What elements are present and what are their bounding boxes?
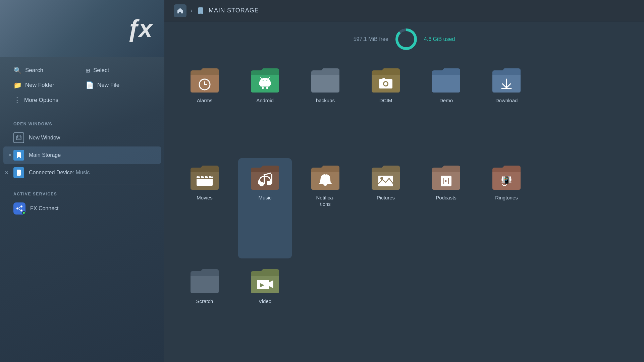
breadcrumb-device-icon [197,7,205,15]
service-active-dot [22,211,25,215]
folder-notifications-icon [309,163,342,192]
folder-notifications-label: Notifica-tions [316,194,334,207]
active-services-title: ACTIVE SERVICES [0,187,164,199]
folder-video-label: Video [259,298,271,305]
breadcrumb-chevron: › [191,7,193,14]
service-fx-connect[interactable]: FX Connect [0,199,164,218]
folder-scratch-icon [188,266,221,295]
svg-point-52 [380,177,383,180]
folder-alarms-icon [188,66,221,95]
svg-rect-24 [269,81,271,85]
svg-rect-22 [260,81,270,87]
folder-android-icon [248,66,282,95]
folder-dcim-label: DCIM [379,97,392,104]
folder-notifications[interactable]: Notifica-tions [299,158,352,258]
folder-pictures-label: Pictures [377,194,395,201]
close-connected-device-button[interactable]: ✕ [5,170,9,175]
svg-rect-26 [266,86,268,89]
sidebar-actions: 🔍 Search ⊞ Select 📁 New Folder 📄 New Fil… [0,57,164,111]
logo-area: ƒx [0,0,164,57]
sidebar-item-connected-device[interactable]: ✕ Connected Device: Music [0,164,164,181]
svg-line-9 [18,207,20,208]
folder-podcasts-icon [429,163,463,192]
svg-rect-32 [382,78,385,80]
storage-donut [394,27,418,51]
more-options-icon: ⋮ [13,96,21,105]
folder-download[interactable]: Download [480,61,533,155]
folder-movies-label: Movies [197,194,213,201]
svg-rect-1 [17,135,21,138]
folder-video[interactable]: Video [238,262,292,356]
folder-podcasts-label: Podcasts [436,194,457,201]
select-button[interactable]: ⊞ Select [86,65,154,76]
folder-ringtones-label: Ringtones [495,194,518,201]
folder-download-label: Download [495,97,518,104]
svg-text:📳: 📳 [502,176,511,184]
divider-1 [10,114,154,114]
open-windows-title: OPEN WINDOWS [0,117,164,129]
folder-ringtones[interactable]: 📳 Ringtones [480,158,533,258]
storage-used-label: 4.6 GiB used [424,36,455,42]
folder-music-label: Music [258,194,271,201]
select-icon: ⊞ [86,67,90,74]
folder-dcim[interactable]: DCIM [359,61,413,155]
new-file-button[interactable]: 📄 New File [86,80,154,90]
svg-point-6 [16,207,18,209]
storage-bar: 597.1 MiB free 4.6 GiB used [164,21,644,54]
breadcrumb-title: Main Storage [209,7,259,14]
more-options-button[interactable]: ⋮ More Options [13,95,82,106]
svg-rect-3 [18,157,20,158]
svg-rect-49 [258,180,261,184]
svg-rect-25 [262,86,264,89]
folder-backups-icon [309,66,342,95]
folder-podcasts[interactable]: Podcasts [419,158,473,258]
folder-video-icon [248,266,282,295]
folder-grid: Alarms [164,54,644,362]
folder-backups[interactable]: backups [299,61,352,155]
svg-rect-50 [269,180,272,184]
folder-dcim-icon [369,66,402,95]
app-logo: ƒx [127,15,151,42]
storage-free-label: 597.1 MiB free [354,36,388,42]
svg-line-10 [18,209,20,210]
svg-rect-5 [18,175,20,175]
svg-point-8 [20,209,22,212]
home-button[interactable] [174,4,186,17]
breadcrumb-bar: › Main Storage [164,0,644,21]
folder-download-icon [490,66,523,95]
folder-scratch-label: Scratch [196,298,213,305]
main-storage-icon [13,150,24,161]
svg-point-14 [397,30,416,49]
sidebar-item-main-storage[interactable]: ✕ Main Storage [3,146,161,164]
folder-music[interactable]: Music [238,158,292,258]
folder-pictures-icon [369,163,402,192]
folder-scratch[interactable]: Scratch [178,262,231,356]
folder-movies[interactable]: Movies [178,158,231,258]
folder-android-label: Android [256,97,274,104]
svg-rect-12 [200,13,202,13]
svg-point-31 [384,82,387,85]
new-folder-icon: 📁 [13,81,22,89]
fx-connect-icon-wrap [13,202,25,215]
folder-demo-label: Demo [439,97,453,104]
sidebar-item-new-window[interactable]: New Window [0,129,164,146]
new-file-icon: 📄 [86,81,94,89]
folder-alarms-label: Alarms [197,97,213,104]
folder-android[interactable]: Android [238,61,292,155]
close-main-storage-button[interactable]: ✕ [8,153,12,158]
svg-rect-23 [259,81,261,85]
search-icon: 🔍 [13,66,22,74]
divider-2 [10,184,154,184]
folder-pictures[interactable]: Pictures [359,158,413,258]
folder-movies-icon [188,163,221,192]
main-content: › Main Storage 597.1 MiB free 4.6 GiB us… [164,0,644,362]
svg-point-7 [20,205,22,207]
folder-ringtones-icon: 📳 [490,163,523,192]
folder-demo[interactable]: Demo [419,61,473,155]
search-button[interactable]: 🔍 Search [13,65,82,76]
folder-backups-label: backups [316,97,335,104]
sidebar: ƒx 🔍 Search ⊞ Select 📁 New Folder 📄 New … [0,0,164,362]
new-folder-button[interactable]: 📁 New Folder [13,80,82,90]
connected-device-icon [13,167,24,178]
folder-alarms[interactable]: Alarms [178,61,231,155]
